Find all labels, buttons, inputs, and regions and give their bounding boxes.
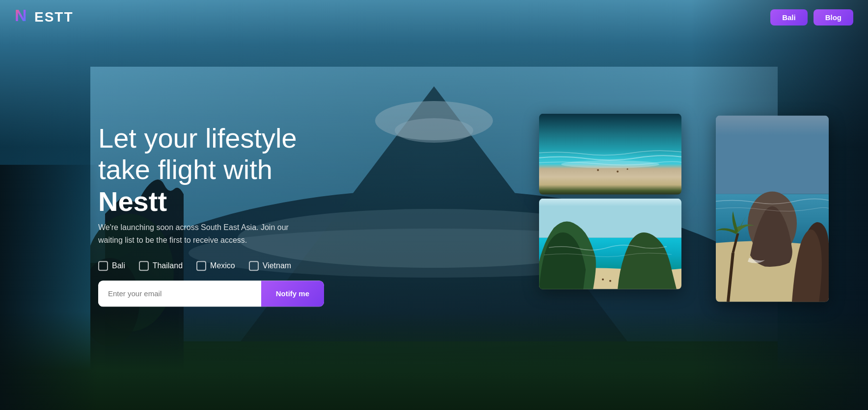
svg-point-15	[597, 169, 599, 171]
svg-point-14	[561, 160, 659, 168]
headline-line2: take flight with	[98, 154, 272, 185]
bali-nav-button[interactable]: Bali	[770, 9, 808, 26]
hero-content: Let your lifestyle take flight with Nest…	[98, 123, 324, 307]
headline-brand: Nestt	[98, 186, 167, 217]
checkbox-vietnam-label: Vietnam	[263, 262, 291, 271]
svg-point-20	[602, 279, 604, 281]
email-input[interactable]	[98, 281, 261, 307]
hero-headline: Let your lifestyle take flight with Nest…	[98, 123, 324, 217]
logo: N ESTT	[15, 6, 74, 28]
checkbox-bali-label: Bali	[112, 262, 125, 271]
navbar: N ESTT Bali Blog	[0, 0, 868, 34]
logo-n-letter: N	[15, 6, 32, 28]
checkbox-bali[interactable]: Bali	[98, 261, 125, 271]
notify-button[interactable]: Notify me	[261, 281, 324, 307]
svg-point-17	[627, 168, 628, 170]
trees-left-overlay	[0, 165, 98, 410]
logo-text: ESTT	[34, 9, 74, 25]
checkbox-vietnam-box[interactable]	[249, 261, 259, 271]
headline-line1: Let your lifestyle	[98, 123, 297, 154]
destination-checkboxes: Bali Thailand Mexico Vietnam	[98, 261, 324, 271]
svg-text:N: N	[15, 6, 27, 24]
photo-collage-center	[539, 114, 681, 289]
svg-rect-22	[716, 116, 829, 194]
checkbox-mexico-label: Mexico	[210, 262, 235, 271]
rock-beach-photo	[716, 116, 829, 302]
checkbox-vietnam[interactable]: Vietnam	[249, 261, 291, 271]
aerial-beach-photo	[539, 114, 681, 195]
cliff-beach-photo	[539, 199, 681, 289]
svg-point-21	[609, 280, 611, 282]
checkbox-thailand-label: Thailand	[153, 262, 183, 271]
email-form: Notify me	[98, 281, 324, 307]
checkbox-thailand-box[interactable]	[139, 261, 149, 271]
checkbox-mexico-box[interactable]	[196, 261, 206, 271]
checkbox-thailand[interactable]: Thailand	[139, 261, 183, 271]
blog-nav-button[interactable]: Blog	[814, 9, 853, 26]
hero-subtitle: We're launching soon across South East A…	[98, 221, 309, 246]
svg-point-16	[617, 171, 619, 173]
nav-buttons: Bali Blog	[770, 9, 853, 26]
checkbox-bali-box[interactable]	[98, 261, 108, 271]
svg-rect-13	[539, 114, 681, 195]
checkbox-mexico[interactable]: Mexico	[196, 261, 235, 271]
